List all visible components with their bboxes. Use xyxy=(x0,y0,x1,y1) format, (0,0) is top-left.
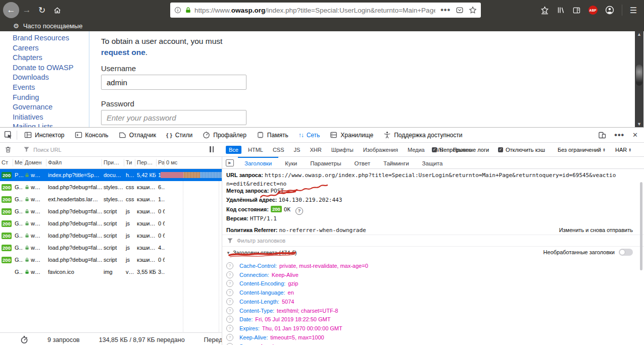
header-help-icon[interactable]: ? xyxy=(226,280,233,287)
response-header-row[interactable]: ?Cache-Control:private, must-revalidate,… xyxy=(226,261,639,270)
sidebar-link-initiatives[interactable]: Initiatives xyxy=(13,112,73,123)
raw-headers-toggle[interactable] xyxy=(619,249,633,256)
header-help-icon[interactable]: ? xyxy=(226,262,233,269)
sidebar-link-donate-to-owasp[interactable]: Donate to OWASP xyxy=(13,63,73,73)
persist-logs-checkbox[interactable]: ✓ Непрерывные логи xyxy=(432,143,489,156)
response-header-row[interactable]: ?Expires:Thu, 01 Jan 1970 00:00:00 GMT xyxy=(226,324,639,333)
request-row-7[interactable]: 200G…w…load.php?debug=fal…scriptjsкэши…0… xyxy=(0,254,222,266)
response-header-row[interactable]: ?Content-Encoding:gzip xyxy=(226,279,639,289)
lock-icon[interactable] xyxy=(185,7,191,14)
save-page-star-icon[interactable] xyxy=(540,6,549,15)
url-search-input[interactable] xyxy=(32,146,181,153)
scrollbar-thumb[interactable] xyxy=(636,65,642,86)
info-icon[interactable] xyxy=(174,7,181,14)
bookmark-star-icon[interactable] xyxy=(469,6,477,14)
devtools-tab-memory[interactable]: Память xyxy=(252,128,293,142)
headers-filter-input[interactable] xyxy=(236,237,389,244)
header-help-icon[interactable]: ? xyxy=(226,307,233,314)
url-bar[interactable]: https://www.owasp.org/index.php?title=Sp… xyxy=(170,3,481,18)
filter-html[interactable]: HTML xyxy=(245,146,266,154)
header-help-icon[interactable]: ? xyxy=(226,334,233,341)
account-icon[interactable] xyxy=(605,6,614,15)
back-button[interactable]: ← xyxy=(3,2,19,18)
har-dropdown[interactable]: HAR ▲▼ xyxy=(615,143,631,156)
devtools-tab-storage[interactable]: Хранилище xyxy=(325,128,378,142)
page-actions-icon[interactable]: ••• xyxy=(440,6,451,15)
edit-resend-button[interactable]: Изменить и снова отправить xyxy=(559,227,633,233)
column-header-4[interactable]: При… xyxy=(102,159,124,166)
devtools-tab-profiler[interactable]: Профайлер xyxy=(197,128,252,142)
sidebar-link-events[interactable]: Events xyxy=(13,83,73,93)
performance-stopwatch-icon[interactable] xyxy=(20,335,28,344)
request-one-link[interactable]: request one xyxy=(101,48,145,56)
devtools-tab-accessibility[interactable]: Поддержка доступности xyxy=(378,128,467,142)
sidebar-link-chapters[interactable]: Chapters xyxy=(13,53,73,63)
filter-xhr[interactable]: XHR xyxy=(307,146,324,154)
filter-медиа[interactable]: Медиа xyxy=(405,146,428,154)
devtools-tab-inspector[interactable]: Инспектор xyxy=(19,128,70,142)
sidebar-link-mailing-lists[interactable]: Mailing Lists xyxy=(13,122,73,127)
header-help-icon[interactable]: ? xyxy=(226,298,233,305)
header-help-icon[interactable]: ? xyxy=(226,289,233,296)
devtools-tab-styles[interactable]: { }Стили xyxy=(161,128,197,142)
sidebar-link-careers[interactable]: Careers xyxy=(13,43,73,53)
request-row-1[interactable]: 200G…w…load.php?debug=fal…styles…cssкэши… xyxy=(0,181,222,193)
devtools-tab-console[interactable]: Консоль xyxy=(70,128,114,142)
sidebar-link-funding[interactable]: Funding xyxy=(13,93,73,103)
request-row-3[interactable]: 200G…w…load.php?debug=fal…scriptjsкэши…0… xyxy=(0,205,222,217)
filter-css[interactable]: CSS xyxy=(270,146,287,154)
clear-requests-icon[interactable] xyxy=(5,146,12,153)
request-row-6[interactable]: 200G…w…load.php?debug=fal…scriptjsкэши…4… xyxy=(0,242,222,254)
filter-шрифты[interactable]: Шрифты xyxy=(328,146,357,154)
header-help-icon[interactable]: ? xyxy=(226,271,233,278)
details-tab-ответ[interactable]: Ответ xyxy=(348,157,376,168)
password-field[interactable] xyxy=(101,110,246,125)
pause-icon[interactable] xyxy=(210,146,215,152)
details-tab-куки[interactable]: Куки xyxy=(278,157,304,168)
column-header-1[interactable]: Ме xyxy=(13,159,23,166)
details-tab-заголовки[interactable]: Заголовки xyxy=(238,157,278,168)
pick-element-icon[interactable] xyxy=(4,131,13,139)
devtools-tab-debugger[interactable]: Отладчик xyxy=(114,128,161,142)
response-header-row[interactable]: ?Content-Length:5074 xyxy=(226,297,639,306)
details-tab-параметры[interactable]: Параметры xyxy=(304,157,348,168)
response-header-row[interactable]: ?Server:Apache xyxy=(226,342,639,345)
scroll-down-icon[interactable]: ▼ xyxy=(635,121,643,127)
library-icon[interactable] xyxy=(557,6,565,14)
column-header-7[interactable]: Ра xyxy=(157,159,165,166)
menu-icon[interactable]: ☰ xyxy=(630,6,637,15)
response-header-row[interactable]: ?Keep-Alive:timeout=5, max=1000 xyxy=(226,333,639,342)
responsive-mode-icon[interactable] xyxy=(598,131,606,139)
split-console-icon[interactable]: ▶ xyxy=(226,159,234,166)
header-help-icon[interactable]: ? xyxy=(226,343,233,345)
details-scrollbar-thumb[interactable] xyxy=(640,182,642,270)
username-field[interactable] xyxy=(101,75,246,90)
column-header-8[interactable]: 0 мс xyxy=(165,159,222,166)
reload-button[interactable]: ↻ xyxy=(34,5,49,16)
request-row-4[interactable]: 200G…w…load.php?debug=fal…scriptjsкэши…0… xyxy=(0,217,222,229)
details-tab-защита[interactable]: Защита xyxy=(416,157,450,168)
devtools-tab-network[interactable]: ↑↓Сеть xyxy=(293,128,325,142)
column-header-2[interactable]: Домен xyxy=(23,159,46,166)
header-help-icon[interactable]: ? xyxy=(226,316,233,323)
disable-cache-checkbox[interactable]: ✓ Отключить кэш xyxy=(498,143,545,156)
column-header-0[interactable]: Ст xyxy=(0,159,13,166)
forward-button[interactable]: → xyxy=(19,5,34,15)
pocket-icon[interactable] xyxy=(456,7,464,14)
page-scrollbar[interactable]: ▲ ▼ xyxy=(635,31,643,127)
filter-js[interactable]: JS xyxy=(291,146,304,154)
column-header-5[interactable]: Ти xyxy=(124,159,135,166)
filter-все[interactable]: Все xyxy=(226,146,241,154)
response-header-row[interactable]: ?Connection:Keep-Alive xyxy=(226,270,639,279)
sidebar-link-brand-resources[interactable]: Brand Resources xyxy=(13,33,73,43)
header-help-icon[interactable]: ? xyxy=(226,325,233,332)
sidebars-icon[interactable] xyxy=(572,7,581,14)
sidebar-link-governance[interactable]: Governance xyxy=(13,102,73,112)
column-header-6[interactable]: Пер… xyxy=(135,159,157,166)
devtools-close-icon[interactable]: ✕ xyxy=(632,131,638,139)
devtools-menu-icon[interactable]: ••• xyxy=(614,131,624,140)
response-header-row[interactable]: ?Content-language:en xyxy=(226,288,639,297)
throttling-dropdown[interactable]: Без ограничений ▲▼ xyxy=(558,143,606,156)
response-headers-section[interactable]: ▼Заголовки ответа (474 б) xyxy=(226,250,296,256)
help-icon[interactable]: ? xyxy=(295,207,303,215)
